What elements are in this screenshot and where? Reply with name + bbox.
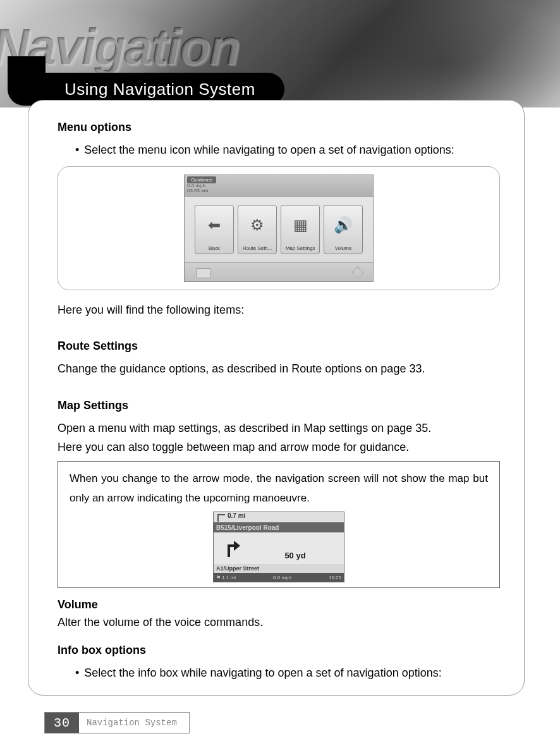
- map-grid-icon: ▦: [293, 206, 308, 245]
- arrow-status-bar: 1.1 mi 0.0 mph 16:25: [214, 573, 344, 582]
- speaker-icon: 🔊: [334, 206, 353, 245]
- heading-info-box: Info box options: [58, 644, 501, 657]
- note-arrow-mode: When you change to the arrow mode, the n…: [58, 461, 500, 588]
- arrow-next-road: B515/Liverpool Road: [214, 522, 344, 532]
- device-screenshot-arrow-mode: 0.7 mi B515/Liverpool Road 50 yd A1/Uppe…: [213, 512, 344, 582]
- tile-label: Volume: [335, 245, 352, 251]
- arrow-status-dist: 1.1 mi: [216, 575, 236, 580]
- device-tile-row: ⬅ Back ⚙ Route Setti... ▦ Map Settings 🔊…: [185, 197, 373, 262]
- bullet-info-box: • Select the info box while navigating t…: [75, 663, 501, 683]
- back-arrow-icon: ⬅: [208, 206, 221, 245]
- gear-icon: ⚙: [250, 206, 264, 245]
- arrow-status-speed: 0.0 mph: [273, 575, 291, 580]
- note-text: When you change to the arrow mode, the n…: [70, 469, 488, 508]
- bullet-text: Select the info box while navigating to …: [84, 663, 441, 683]
- tile-label: Map Settings: [286, 245, 315, 251]
- arrow-status-time: 16:25: [329, 575, 341, 580]
- arrow-turn-distance: 50 yd: [247, 532, 344, 564]
- tile-label: Back: [209, 245, 220, 251]
- bullet-dot-icon: •: [75, 663, 79, 683]
- arrow-main-row: 50 yd: [214, 532, 344, 564]
- tile-back: ⬅ Back: [195, 205, 234, 254]
- heading-menu-options: Menu options: [58, 121, 501, 134]
- page-number: 30: [45, 713, 79, 733]
- tile-route-settings: ⚙ Route Setti...: [238, 205, 277, 254]
- device-top-bar: Guidance 0.0 mph 03:53 am: [185, 175, 373, 197]
- page-footer: 30 Navigation System: [44, 712, 190, 734]
- text-volume: Alter the volume of the voice commands.: [58, 613, 501, 632]
- arrow-ahead-distance: 0.7 mi: [214, 512, 344, 522]
- text-after-figure: Here you will find the following items:: [58, 300, 501, 320]
- heading-map-settings: Map Settings: [58, 399, 501, 412]
- section-title: Using Navigation System: [64, 80, 255, 99]
- text-route-settings: Change the guidance options, as describe…: [58, 359, 501, 379]
- heading-route-settings: Route Settings: [58, 340, 501, 353]
- title-pill-notch: [8, 56, 46, 73]
- tile-map-settings: ▦ Map Settings: [281, 205, 320, 254]
- content-panel: Menu options • Select the menu icon whil…: [28, 100, 525, 696]
- figure-menu-screenshot-frame: Guidance 0.0 mph 03:53 am ⬅ Back ⚙ Route…: [58, 166, 500, 290]
- tile-label: Route Setti...: [243, 245, 272, 251]
- text-map-settings-1: Open a menu with map settings, as descri…: [58, 419, 501, 438]
- heading-volume: Volume: [58, 598, 501, 611]
- footer-label: Navigation System: [79, 713, 189, 733]
- bullet-text: Select the menu icon while navigating to…: [84, 140, 454, 160]
- device-screenshot-menu: Guidance 0.0 mph 03:53 am ⬅ Back ⚙ Route…: [184, 175, 374, 282]
- arrow-current-road: A1/Upper Street: [214, 564, 344, 573]
- bullet-dot-icon: •: [75, 140, 79, 160]
- device-top-time1: 03:53 am: [187, 188, 208, 193]
- tile-volume: 🔊 Volume: [324, 205, 363, 254]
- turn-right-arrow-icon: [214, 532, 247, 564]
- text-map-settings-2: Here you can also toggle between map and…: [58, 438, 501, 457]
- bullet-menu-options: • Select the menu icon while navigating …: [75, 140, 501, 160]
- device-bottom-bar: [185, 262, 373, 281]
